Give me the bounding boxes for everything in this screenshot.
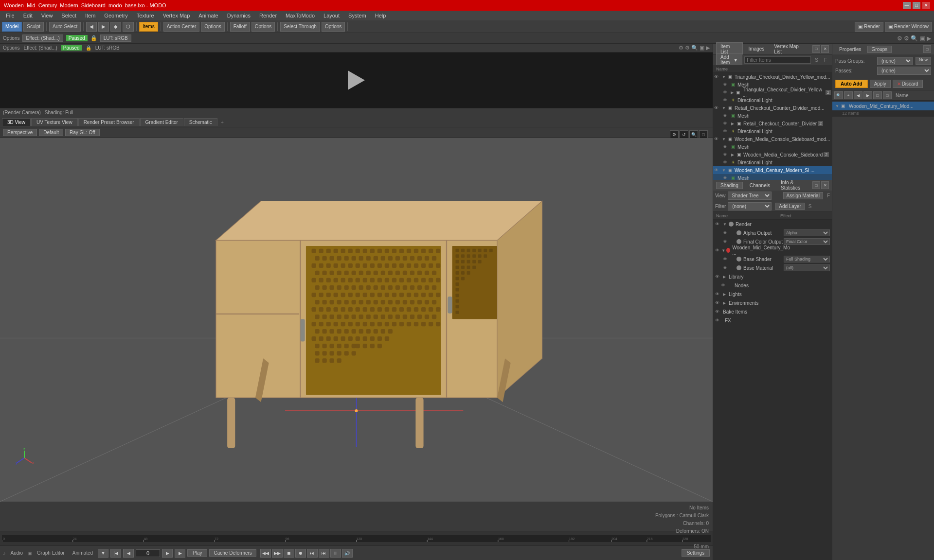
item-row[interactable]: 👁 ▣ Mesh bbox=[713, 174, 832, 180]
mode-model-button[interactable]: Model bbox=[2, 22, 22, 32]
expand-icon[interactable]: ▶ bbox=[730, 121, 736, 126]
add-item-button[interactable]: Add Item ▼ bbox=[716, 53, 742, 66]
options-3-button[interactable]: Options bbox=[322, 22, 345, 32]
shader-eye-icon[interactable]: 👁 bbox=[715, 300, 723, 305]
eye-icon[interactable]: 👁 bbox=[723, 160, 730, 165]
props-expand-icon[interactable]: □ bbox=[923, 45, 931, 53]
default-dropdown[interactable]: Default bbox=[39, 129, 63, 136]
select-through-button[interactable]: Select Through bbox=[280, 22, 320, 32]
item-tree[interactable]: 👁 ▼ ▣ Triangular_Checkout_Divider_Yellow… bbox=[713, 73, 832, 180]
shader-row[interactable]: 👁 Base Shader Full Shading bbox=[713, 255, 832, 263]
item-row[interactable]: 👁 ▼ ▣ Wooden_Media_Console_Sideboard_mod… bbox=[713, 135, 832, 143]
shader-expand-icon[interactable]: ▼ bbox=[721, 248, 726, 253]
tab-uv-texture[interactable]: UV Texture View bbox=[31, 118, 78, 126]
groups-icon-3[interactable]: ◀ bbox=[854, 91, 862, 99]
groups-icon-2[interactable]: + bbox=[844, 91, 853, 99]
final-color-effect-select[interactable]: Final Color bbox=[784, 238, 830, 245]
groups-item[interactable]: ▼ ▣ Wooden_Mid_Century_Mod... bbox=[832, 102, 934, 110]
shader-row[interactable]: 👁 ▶ Lights bbox=[713, 290, 832, 298]
render-window-button[interactable]: ▣ Render Window bbox=[885, 22, 932, 32]
auto-add-button[interactable]: Auto Add bbox=[835, 80, 868, 88]
shader-eye-icon[interactable]: 👁 bbox=[723, 239, 731, 244]
eye-icon[interactable]: 👁 bbox=[714, 137, 721, 141]
falloff-button[interactable]: Falloff bbox=[230, 22, 250, 32]
maximize-button[interactable]: □ bbox=[913, 2, 920, 9]
viewport-reset-icon[interactable]: ↺ bbox=[680, 130, 688, 139]
eye-icon[interactable]: 👁 bbox=[723, 152, 730, 157]
perspective-dropdown[interactable]: Perspective bbox=[3, 129, 37, 136]
toolbar-icon-1[interactable]: ◀ bbox=[86, 22, 97, 32]
graph-editor-label[interactable]: Graph Editor bbox=[37, 550, 65, 556]
window-controls[interactable]: — □ ✕ bbox=[903, 2, 930, 9]
shader-eye-icon[interactable]: 👁 bbox=[721, 283, 729, 288]
filter-items-input[interactable] bbox=[744, 56, 811, 64]
info-statistics-tab[interactable]: Info & Statistics bbox=[777, 180, 809, 191]
play-button[interactable] bbox=[344, 68, 369, 92]
menu-help[interactable]: Help bbox=[371, 11, 390, 20]
groups-icon-1[interactable]: 🔍 bbox=[834, 91, 843, 99]
action-center-button[interactable]: Action Center bbox=[163, 22, 200, 32]
mode-sculpt-button[interactable]: Sculpt bbox=[23, 22, 44, 32]
menu-select[interactable]: Select bbox=[57, 11, 80, 20]
discard-button[interactable]: ✕ Discard bbox=[893, 80, 923, 88]
groups-icon-6[interactable]: □ bbox=[883, 91, 892, 99]
item-row[interactable]: 👁 ▶ ▣ Retail_Checkout_Counter_Divider 2 bbox=[713, 120, 832, 127]
groups-icon-5[interactable]: □ bbox=[873, 91, 882, 99]
shading-close-icon[interactable]: ✕ bbox=[821, 181, 829, 189]
pass-groups-new-button[interactable]: New bbox=[916, 57, 931, 65]
menu-texture[interactable]: Texture bbox=[133, 11, 158, 20]
shader-eye-icon[interactable]: 👁 bbox=[723, 230, 731, 235]
minimize-button[interactable]: — bbox=[903, 2, 911, 9]
options-1-button[interactable]: Options bbox=[201, 22, 224, 32]
menu-layout[interactable]: Layout bbox=[320, 11, 343, 20]
item-row[interactable]: 👁 ☀ Directional Light bbox=[713, 127, 832, 135]
group-expand-icon[interactable]: ▼ bbox=[835, 104, 841, 108]
eye-icon[interactable]: 👁 bbox=[723, 113, 730, 118]
vertex-map-list-tab[interactable]: Vertex Map List bbox=[770, 43, 810, 55]
images-tab[interactable]: Images bbox=[745, 45, 769, 52]
shading-tab[interactable]: Shading bbox=[716, 182, 743, 189]
eye-icon[interactable]: 👁 bbox=[723, 144, 730, 149]
menu-edit[interactable]: Edit bbox=[19, 11, 36, 20]
auto-select-button[interactable]: Auto Select bbox=[49, 22, 81, 32]
expand-icon[interactable]: ▶ bbox=[730, 89, 736, 95]
timeline-ruler[interactable]: 0 24 48 72 96 120 144 168 192 bbox=[2, 535, 711, 542]
eye-icon[interactable]: 👁 bbox=[723, 129, 730, 134]
tab-render-preset[interactable]: Render Preset Browser bbox=[78, 118, 140, 126]
shader-eye-icon[interactable]: 👁 bbox=[715, 292, 723, 297]
pass-groups-select[interactable]: (none) bbox=[877, 57, 913, 65]
expand-icon[interactable]: ▼ bbox=[721, 136, 727, 142]
shader-expand-icon[interactable]: ▶ bbox=[723, 275, 729, 279]
menu-system[interactable]: System bbox=[344, 11, 370, 20]
item-row[interactable]: 👁 ▼ ▣ Retail_Checkout_Counter_Divider_mo… bbox=[713, 104, 832, 112]
shader-eye-icon[interactable]: 👁 bbox=[715, 309, 723, 314]
item-list-close-icon[interactable]: ✕ bbox=[821, 45, 829, 53]
shader-row[interactable]: 👁 Base Material (all) bbox=[713, 263, 832, 272]
eye-icon[interactable]: 👁 bbox=[714, 168, 721, 173]
shader-row[interactable]: 👁 Alpha Output Alpha bbox=[713, 228, 832, 237]
shader-row[interactable]: 👁 ▶ Environments bbox=[713, 298, 832, 307]
shader-expand-icon[interactable]: ▶ bbox=[723, 292, 729, 297]
channels-tab[interactable]: Channels bbox=[746, 182, 774, 189]
tab-schematic[interactable]: Schematic bbox=[184, 118, 217, 126]
item-row[interactable]: 👁 ▼ ▣ Wooden_Mid_Century_Modern_Si ... bbox=[713, 166, 832, 174]
add-viewport-tab-button[interactable]: + bbox=[218, 118, 227, 126]
item-row[interactable]: 👁 ▼ ▣ Triangular_Checkout_Divider_Yellow… bbox=[713, 73, 832, 81]
expand-icon[interactable]: ▼ bbox=[721, 105, 727, 111]
menu-file[interactable]: File bbox=[2, 11, 18, 20]
properties-tab[interactable]: Properties bbox=[835, 46, 865, 52]
menu-view[interactable]: View bbox=[37, 11, 57, 20]
options-2-button[interactable]: Options bbox=[251, 22, 275, 32]
shader-eye-icon[interactable]: 👁 bbox=[715, 318, 723, 323]
base-shader-effect-select[interactable]: Full Shading bbox=[784, 256, 830, 262]
shader-row[interactable]: 👁 ▼ Render bbox=[713, 220, 832, 228]
eye-icon[interactable]: 👁 bbox=[723, 175, 730, 180]
base-material-effect-select[interactable]: (all) bbox=[784, 264, 830, 271]
eye-icon[interactable]: 👁 bbox=[714, 74, 721, 79]
filter-select[interactable]: (none) bbox=[728, 202, 772, 210]
shader-row[interactable]: 👁 FX bbox=[713, 316, 832, 325]
close-button[interactable]: ✕ bbox=[922, 2, 930, 9]
expand-icon[interactable]: ▼ bbox=[721, 167, 727, 173]
menu-maxtomodo[interactable]: MaxToModo bbox=[282, 11, 319, 20]
shading-expand-icon[interactable]: □ bbox=[812, 181, 820, 189]
